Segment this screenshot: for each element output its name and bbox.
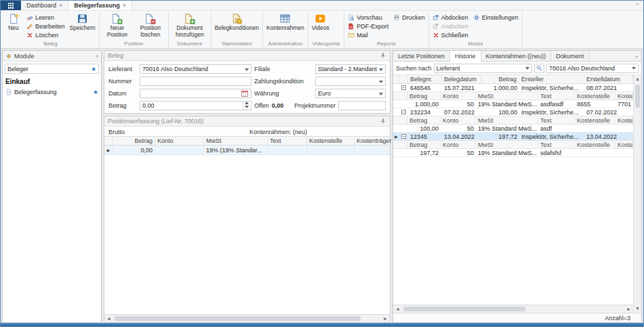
collapse-row-icon[interactable]: −	[401, 85, 406, 90]
cell-betrag[interactable]: 100,00	[481, 108, 519, 116]
cell-ersteller[interactable]: Inspektör, Sicherhe...	[519, 84, 584, 91]
cell-belegdatum[interactable]: 15.07.2021	[442, 84, 481, 91]
detail-cell-betrag[interactable]: 1.000,00	[407, 100, 441, 108]
scrollbar-thumb[interactable]	[635, 85, 640, 108]
scrollbar-track[interactable]	[402, 305, 624, 313]
betrag-input[interactable]: 0,00	[140, 101, 251, 110]
detail-col-betrag[interactable]: Betrag	[407, 116, 441, 124]
scroll-right-icon[interactable]: ►	[624, 305, 633, 313]
detail-cell-mwst[interactable]: 19% Standard MwS...	[476, 125, 538, 132]
detail-col-text[interactable]: Text	[538, 92, 575, 100]
leeren-button[interactable]: Leeren	[24, 13, 67, 22]
supplier-filter-select[interactable]: 70016 Also Deutschland	[546, 64, 639, 73]
col-mwst[interactable]: MwSt	[204, 137, 268, 145]
collapse-panel-icon[interactable]: ‹	[96, 52, 98, 60]
tab-letzte-positionen[interactable]: Letzte Positionen	[393, 51, 450, 61]
detail-cell-kostenstelle[interactable]	[575, 125, 616, 132]
ribbon-collapse-icon[interactable]: ⌃	[631, 1, 643, 10]
calendar-icon[interactable]	[241, 89, 249, 97]
scrollbar-track[interactable]	[634, 83, 641, 305]
scroll-up-icon[interactable]: ▲	[635, 75, 640, 83]
detail-col-betrag[interactable]: Betrag	[407, 92, 441, 100]
cell-ersteller[interactable]: Inspektör, Sicherhe...	[519, 108, 584, 116]
detail-cell-kostenstelle[interactable]	[575, 149, 616, 156]
vorschau-button[interactable]: Vorschau	[346, 13, 390, 22]
videos-button[interactable]: Videos	[310, 12, 331, 32]
schliessen-button[interactable]: Schließen	[430, 30, 470, 39]
cell-belegdatum[interactable]: 13.04.2022	[442, 133, 481, 140]
col-text[interactable]: Text	[268, 137, 307, 145]
detail-col-betrag[interactable]: Betrag	[407, 141, 441, 148]
history-row[interactable]: − 646546 15.07.2021 1.000,00 Inspektör, …	[393, 84, 633, 92]
detail-cell-betrag[interactable]: 100,00	[407, 125, 441, 132]
scroll-right-icon[interactable]: ►	[381, 315, 390, 323]
module-search-input[interactable]: Beleger ★	[5, 64, 99, 74]
pin-icon[interactable]	[380, 118, 386, 125]
collapse-row-icon[interactable]: −	[401, 134, 406, 139]
detail-col-kostentraeger[interactable]: Kostenträger	[616, 141, 633, 148]
detail-cell-text[interactable]: asdfasdf	[538, 100, 575, 108]
cell-betrag[interactable]: 0,00	[113, 146, 155, 154]
detail-col-konto[interactable]: Konto	[441, 141, 476, 148]
cell-erstelldatum[interactable]: 08.07.2021	[584, 84, 633, 91]
detail-cell-mwst[interactable]: 19% Standard MwS...	[476, 100, 538, 108]
scroll-left-icon[interactable]: ◄	[104, 315, 113, 323]
tab-dashboard[interactable]: Dashboard ×	[21, 1, 68, 10]
detail-col-kostenstelle[interactable]: Kostenstelle	[575, 116, 616, 124]
col-erstelldatum[interactable]: Erstelldatum	[584, 75, 633, 83]
col-belegdatum[interactable]: Belegdatum	[442, 75, 481, 83]
detail-cell-kostenstelle[interactable]: 8655	[575, 100, 616, 108]
waehrung-select[interactable]: Euro	[315, 89, 386, 98]
detail-col-konto[interactable]: Konto	[441, 92, 476, 100]
scroll-left-icon[interactable]: ◄	[393, 305, 402, 313]
detail-row[interactable]: 1.000,00 50 19% Standard MwS... asdfasdf…	[393, 100, 633, 108]
cell-betrag[interactable]: 197,72	[481, 133, 519, 140]
cell-mwst[interactable]: 19% (19% Standar...	[204, 146, 268, 154]
filiale-select[interactable]: Standard - 2.Mandant	[315, 64, 386, 74]
bearbeiten-button[interactable]: Bearbeiten	[24, 22, 67, 30]
position-row[interactable]: ▶ 0,00 19% (19% Standar...	[104, 146, 390, 155]
detail-cell-mwst[interactable]: 19% Standard MwS...	[476, 149, 538, 156]
col-betrag[interactable]: Betrag	[113, 137, 155, 145]
app-menu-button[interactable]	[1, 1, 21, 10]
detail-cell-kostentraeger[interactable]	[616, 149, 633, 156]
detail-cell-konto[interactable]: 50	[441, 100, 476, 108]
horizontal-scrollbar[interactable]: ◄ ►	[104, 314, 390, 322]
dokument-hinzufuegen-button[interactable]: Dokument hinzufügen	[170, 12, 209, 39]
history-row[interactable]: − 232234 07.02.2022 100,00 Inspektör, Si…	[393, 108, 633, 116]
detail-col-konto[interactable]: Konto	[441, 116, 476, 124]
detail-row[interactable]: 100,00 50 19% Standard MwS... asdf	[393, 125, 633, 133]
scrollbar-thumb[interactable]	[115, 316, 361, 321]
detail-cell-text[interactable]: sdafsfsf	[538, 149, 575, 156]
detail-cell-text[interactable]: asdf	[538, 125, 575, 132]
detail-cell-kostentraeger[interactable]	[616, 125, 633, 132]
cell-erstelldatum[interactable]: 13.04.2022	[584, 133, 633, 140]
detail-cell-betrag[interactable]: 197,72	[407, 149, 441, 156]
detail-col-kostenstelle[interactable]: Kostenstelle	[575, 92, 616, 100]
tab-overflow-caret-icon[interactable]: ⌄	[632, 51, 641, 61]
cell-belegnr[interactable]: 12345	[408, 133, 442, 140]
history-row-selected[interactable]: ▶ − 12345 13.04.2022 197,72 Inspektör, S…	[393, 133, 633, 141]
detail-col-text[interactable]: Text	[538, 116, 575, 124]
detail-col-mwst[interactable]: MwSt	[476, 116, 538, 124]
vertical-scrollbar[interactable]: ▲ ▼	[633, 75, 641, 313]
kontenrahmen-button[interactable]: Kontenrahmen	[264, 12, 306, 32]
cell-ersteller[interactable]: Inspektör, Sicherhe...	[519, 133, 584, 140]
position-loeschen-button[interactable]: Position löschen	[134, 12, 167, 39]
cell-betrag[interactable]: 1.000,00	[481, 84, 519, 91]
col-kostentraeger[interactable]: Kostenträger	[355, 137, 398, 145]
cell-konto[interactable]	[155, 146, 204, 154]
cell-text[interactable]	[268, 146, 307, 154]
tab-dokument[interactable]: Dokument	[551, 51, 589, 61]
detail-col-mwst[interactable]: MwSt	[476, 92, 538, 100]
detail-cell-kostentraeger[interactable]: 7701	[616, 100, 633, 108]
close-tab-icon[interactable]: ×	[59, 2, 62, 9]
tab-kontenrahmen-neu[interactable]: Kontenrahmen ((neu))	[481, 51, 552, 61]
cell-kostentraeger[interactable]	[355, 146, 398, 154]
close-tab-icon[interactable]: ×	[123, 2, 126, 9]
speichern-button[interactable]: Speichern	[68, 12, 98, 32]
spinner-buttons[interactable]	[243, 102, 249, 110]
abdocken-button[interactable]: Abdocken	[430, 13, 470, 22]
pin-icon[interactable]	[380, 52, 386, 59]
module-item-belegerfassung[interactable]: Belegerfassung ★	[3, 87, 101, 97]
